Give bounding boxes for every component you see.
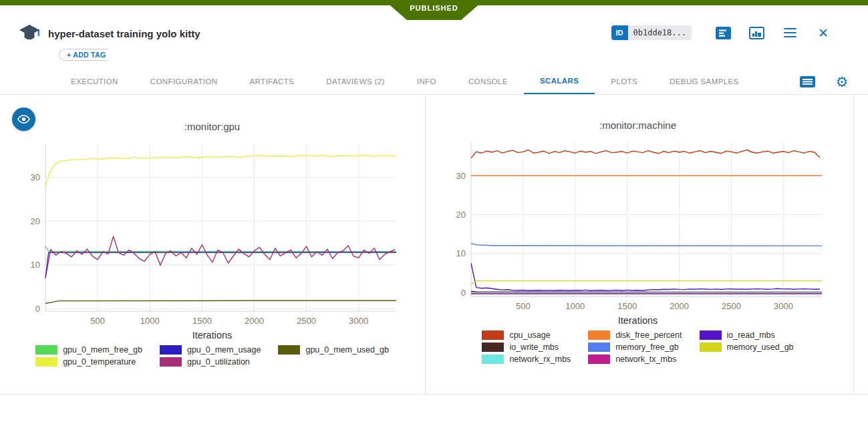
svg-text:3000: 3000 bbox=[349, 316, 368, 326]
svg-text:20: 20 bbox=[456, 210, 466, 220]
plots-preview-icon bbox=[749, 27, 764, 39]
svg-text:2000: 2000 bbox=[670, 301, 689, 311]
menu-icon bbox=[784, 28, 797, 38]
chart-x-axis-label: Iterations bbox=[20, 330, 404, 341]
chart-legend: gpu_0_mem_free_gbgpu_0_mem_usagegpu_0_me… bbox=[20, 345, 404, 367]
svg-text:0: 0 bbox=[35, 304, 40, 314]
legend-swatch bbox=[160, 345, 182, 355]
header-actions: ID 0b1dde18... bbox=[611, 24, 840, 41]
eye-icon bbox=[17, 112, 31, 126]
tab-artifacts[interactable]: ARTIFACTS bbox=[234, 69, 311, 94]
tab-console[interactable]: CONSOLE bbox=[452, 69, 524, 94]
legend-item-cpu_usage[interactable]: cpu_usage bbox=[482, 330, 571, 340]
legend-label: memory_used_gb bbox=[727, 343, 794, 352]
svg-text:10: 10 bbox=[456, 248, 466, 258]
id-badge[interactable]: ID 0b1dde18... bbox=[611, 25, 692, 40]
legend-label: gpu_0_utilization bbox=[187, 357, 250, 367]
legend-label: cpu_usage bbox=[509, 330, 550, 340]
tab-scalars[interactable]: SCALARS bbox=[524, 69, 595, 94]
chart-svg[interactable]: 010203050010001500200025003000 bbox=[446, 136, 830, 314]
gear-icon: ⚙ bbox=[836, 75, 849, 89]
svg-text:3000: 3000 bbox=[774, 301, 793, 311]
svg-text:2500: 2500 bbox=[722, 301, 741, 311]
details-button[interactable] bbox=[706, 24, 740, 41]
tab-info[interactable]: INFO bbox=[401, 69, 452, 94]
chart-x-axis-label: Iterations bbox=[446, 315, 830, 326]
scalar-chart-machine: :monitor:machine 01020305001000150020002… bbox=[426, 95, 854, 394]
legend-item-gpu_0_mem_usage[interactable]: gpu_0_mem_usage bbox=[160, 345, 261, 355]
legend-swatch bbox=[588, 330, 610, 340]
show-hide-metrics-button[interactable] bbox=[12, 107, 35, 131]
legend-label: network_tx_mbs bbox=[615, 355, 676, 364]
legend-swatch bbox=[482, 330, 504, 340]
legend-item-io_write_mbs[interactable]: io_write_mbs bbox=[482, 343, 571, 352]
legend-label: disk_free_percent bbox=[615, 330, 682, 340]
legend-label: gpu_0_mem_used_gb bbox=[305, 345, 388, 355]
add-tag-button[interactable]: + ADD TAG bbox=[59, 49, 108, 61]
svg-text:30: 30 bbox=[31, 172, 40, 182]
legend-label: io_read_mbs bbox=[727, 330, 775, 340]
experiment-title: hyper-dataset training yolo kitty bbox=[48, 28, 200, 39]
legend-swatch bbox=[700, 330, 722, 340]
legend-item-disk_free_percent[interactable]: disk_free_percent bbox=[588, 330, 682, 340]
tab-dataviews-2[interactable]: DATAVIEWS (2) bbox=[310, 69, 401, 94]
svg-text:1000: 1000 bbox=[140, 316, 160, 326]
chart-plot-area[interactable]: 010203050010001500200025003000 bbox=[446, 136, 853, 314]
header: hyper-dataset training yolo kitty ID 0b1… bbox=[17, 23, 851, 44]
details-icon bbox=[716, 27, 731, 39]
legend-item-gpu_0_utilization[interactable]: gpu_0_utilization bbox=[160, 357, 261, 367]
svg-text:500: 500 bbox=[90, 316, 105, 326]
legend-label: gpu_0_temperature bbox=[63, 357, 136, 367]
svg-text:0: 0 bbox=[461, 288, 466, 298]
legend-label: memory_free_gb bbox=[615, 343, 679, 352]
chart-legend: cpu_usagedisk_free_percentio_read_mbsio_… bbox=[446, 330, 830, 364]
svg-text:1000: 1000 bbox=[565, 301, 585, 311]
chart-title: :monitor:machine bbox=[446, 120, 830, 131]
legend-label: io_write_mbs bbox=[509, 343, 559, 352]
legend-item-network_rx_mbs[interactable]: network_rx_mbs bbox=[482, 355, 571, 364]
legend-label: network_rx_mbs bbox=[509, 355, 571, 364]
experiment-type-icon bbox=[17, 23, 41, 43]
legend-swatch bbox=[588, 355, 610, 364]
legend-label: gpu_0_mem_usage bbox=[187, 345, 261, 355]
chart-svg[interactable]: 010203050010001500200025003000 bbox=[20, 138, 404, 328]
published-label: PUBLISHED bbox=[410, 4, 458, 12]
menu-button[interactable] bbox=[773, 24, 807, 41]
chart-plot-area[interactable]: 010203050010001500200025003000 bbox=[20, 138, 425, 328]
legend-item-gpu_0_mem_free_gb[interactable]: gpu_0_mem_free_gb bbox=[35, 345, 142, 355]
legend-item-memory_used_gb[interactable]: memory_used_gb bbox=[700, 343, 794, 352]
legend-item-network_tx_mbs[interactable]: network_tx_mbs bbox=[588, 355, 682, 364]
legend-swatch bbox=[482, 343, 504, 352]
tab-list: EXECUTIONCONFIGURATIONARTIFACTSDATAVIEWS… bbox=[55, 69, 755, 94]
legend-swatch bbox=[588, 343, 610, 352]
tab-configuration[interactable]: CONFIGURATION bbox=[134, 69, 234, 94]
legend-item-io_read_mbs[interactable]: io_read_mbs bbox=[700, 330, 794, 340]
svg-text:30: 30 bbox=[456, 171, 466, 181]
svg-text:1500: 1500 bbox=[192, 316, 212, 326]
scalar-chart-gpu: :monitor:gpu 010203050010001500200025003… bbox=[0, 95, 426, 394]
svg-text:2000: 2000 bbox=[245, 316, 264, 326]
legend-item-gpu_0_temperature[interactable]: gpu_0_temperature bbox=[35, 357, 142, 367]
table-view-button[interactable] bbox=[799, 73, 816, 90]
close-icon: ✕ bbox=[818, 27, 829, 39]
tab-plots[interactable]: PLOTS bbox=[595, 69, 654, 94]
legend-swatch bbox=[160, 357, 182, 367]
svg-text:500: 500 bbox=[516, 301, 531, 311]
scalars-panel: :monitor:gpu 010203050010001500200025003… bbox=[0, 95, 868, 395]
svg-text:2500: 2500 bbox=[297, 316, 316, 326]
svg-text:20: 20 bbox=[31, 216, 40, 226]
legend-swatch bbox=[700, 343, 722, 352]
experiment-page: PUBLISHED hyper-dataset training yolo ki… bbox=[0, 0, 868, 442]
id-badge-label: ID bbox=[611, 25, 628, 40]
legend-item-memory_free_gb[interactable]: memory_free_gb bbox=[588, 343, 682, 352]
tab-execution[interactable]: EXECUTION bbox=[55, 69, 134, 94]
legend-swatch bbox=[278, 345, 300, 355]
tab-bar: EXECUTIONCONFIGURATIONARTIFACTSDATAVIEWS… bbox=[0, 69, 868, 95]
tab-bar-icons: ⚙ bbox=[799, 69, 851, 94]
legend-swatch bbox=[35, 357, 57, 367]
settings-button[interactable]: ⚙ bbox=[833, 73, 851, 90]
preview-button[interactable] bbox=[740, 24, 773, 41]
close-button[interactable]: ✕ bbox=[807, 24, 840, 41]
legend-item-gpu_0_mem_used_gb[interactable]: gpu_0_mem_used_gb bbox=[278, 345, 388, 355]
tab-debug-samples[interactable]: DEBUG SAMPLES bbox=[654, 69, 755, 94]
